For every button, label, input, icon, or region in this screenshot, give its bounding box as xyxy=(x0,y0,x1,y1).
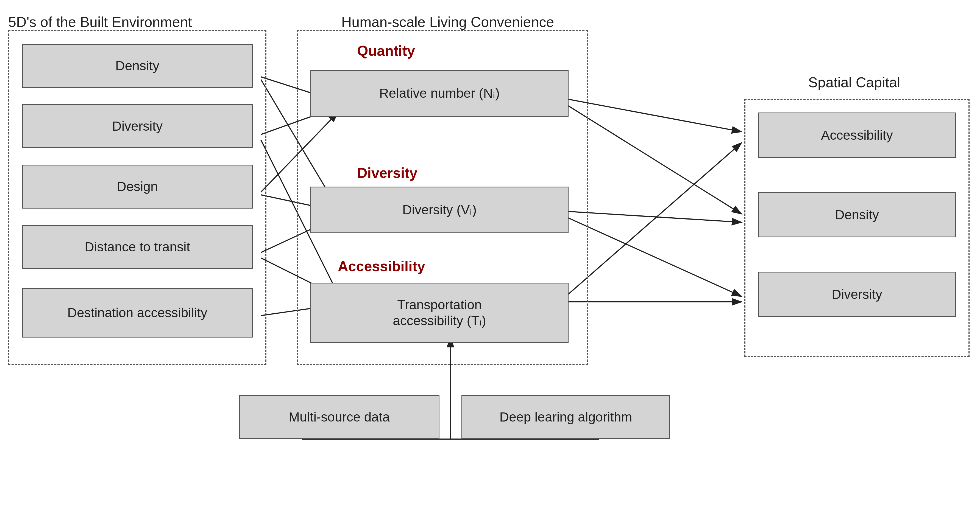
title-5ds: 5D's of the Built Environment xyxy=(8,14,266,30)
node-design: Design xyxy=(22,165,253,209)
svg-line-12 xyxy=(566,217,741,297)
node-diversity: Diversity xyxy=(22,104,253,148)
node-accessibility-r: Accessibility xyxy=(758,113,956,158)
node-deep-learning: Deep learing algorithm xyxy=(461,395,670,439)
node-diversity-vi: Diversity (Vᵢ) xyxy=(310,187,568,233)
node-destination: Destination accessibility xyxy=(22,288,253,338)
category-quantity: Quantity xyxy=(357,43,415,59)
node-transport-access: Transportation accessibility (Tᵢ) xyxy=(310,283,568,343)
title-human-scale: Human-scale Living Convenience xyxy=(297,14,599,30)
svg-line-9 xyxy=(566,99,741,132)
node-density: Density xyxy=(22,44,253,88)
node-diversity-r: Diversity xyxy=(758,272,956,317)
category-diversity: Diversity xyxy=(357,165,417,181)
node-distance: Distance to transit xyxy=(22,225,253,269)
category-accessibility: Accessibility xyxy=(338,258,425,274)
svg-line-11 xyxy=(566,211,741,222)
diagram-container: 5D's of the Built Environment Human-scal… xyxy=(0,0,980,517)
title-spatial-capital: Spatial Capital xyxy=(741,74,967,90)
node-multi-source: Multi-source data xyxy=(239,395,439,439)
node-density-r: Density xyxy=(758,192,956,237)
node-relative-number: Relative number (Nᵢ) xyxy=(310,70,568,117)
svg-line-10 xyxy=(566,104,741,214)
svg-line-13 xyxy=(566,143,741,297)
